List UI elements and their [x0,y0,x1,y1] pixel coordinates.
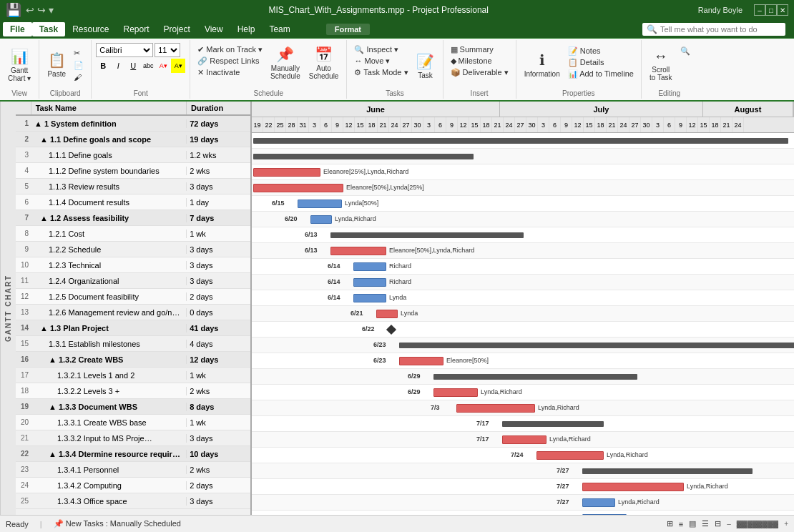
row-number: 15 [16,340,31,348]
italic-btn[interactable]: I [111,59,125,73]
table-row[interactable]: 3 1.1.1 Define goals 1.2 wks [16,147,250,163]
win-close[interactable]: ✕ [777,4,788,16]
view-normal-icon[interactable]: ⊞ [667,519,673,528]
table-row[interactable]: 2 ▲ 1.1 Define goals and scope 19 days [16,132,250,147]
table-row[interactable]: 8 1.2.1 Cost 1 wk [16,226,250,242]
task-duration-cell: 3 days [187,497,250,506]
table-row[interactable]: 6 1.1.4 Document results 1 day [16,194,250,210]
notes-btn[interactable]: 📝 Notes [565,46,637,56]
information-btn[interactable]: ℹ Information [521,43,564,86]
strikethrough-btn[interactable]: abc [141,59,155,73]
table-row[interactable]: 12 1.2.5 Document feasibility 2 days [16,289,250,305]
task-name-cell: 1.3.3.1 Create WBS base [31,418,187,427]
task-duration-cell: 3 days [187,182,250,191]
table-body[interactable]: 1 ▲ 1 System definition 72 days 2 ▲ 1.1 … [16,116,250,515]
bold-btn[interactable]: B [96,59,110,73]
manually-schedule-btn[interactable]: 📌 Manually Schedule [267,41,304,84]
table-row[interactable]: 19 ▲ 1.3.3 Document WBS 8 days [16,399,250,415]
table-row[interactable]: 18 1.3.2.2 Levels 3 + 2 wks [16,383,250,399]
inspect-btn[interactable]: 🔍 Inspect ▾ [351,44,411,55]
format-painter-btn[interactable]: 🖌 [71,72,87,82]
search-bar[interactable]: 🔍 [642,23,785,36]
menu-report[interactable]: Report [117,22,157,36]
gantt-chart-btn[interactable]: 📊 Gantt Chart ▾ [4,44,34,87]
milestone-btn[interactable]: ◆ Milestone [448,56,511,66]
mark-on-track-btn[interactable]: ✔ Mark on Track ▾ [195,44,265,55]
format-tab[interactable]: Format [326,24,370,35]
font-size-select[interactable]: 11 [155,43,180,57]
menu-team[interactable]: Team [262,22,297,36]
row-number: 23 [16,466,31,473]
gantt-bar [536,451,604,460]
menu-task[interactable]: Task [32,22,65,36]
add-timeline-btn[interactable]: 📊 Add to Timeline [565,69,637,79]
paste-btn[interactable]: 📋 Paste [44,43,69,87]
day-cell: 27 [401,117,412,133]
table-row[interactable]: 1 ▲ 1 System definition 72 days [16,116,250,132]
view-split-icon[interactable]: ⊟ [715,519,721,528]
menu-help[interactable]: Help [230,22,263,36]
view-gantt-icon[interactable]: ▤ [689,519,696,528]
table-row[interactable]: 5 1.1.3 Review results 3 days [16,179,250,194]
table-row[interactable]: 17 1.3.2.1 Levels 1 and 2 1 wk [16,368,250,383]
task-name-cell: 1.3.4.2 Computing [31,481,187,490]
move-btn[interactable]: ↔ Move ▾ [351,56,411,66]
find-btn[interactable]: 🔍 [677,46,693,56]
deliverable-btn[interactable]: 📦 Deliverable ▾ [448,67,511,78]
table-row[interactable]: 14 ▲ 1.3 Plan Project 41 days [16,320,250,336]
font-family-select[interactable]: Calibri [96,43,153,57]
menu-resource[interactable]: Resource [65,22,116,36]
row-number: 14 [16,324,31,332]
underline-btn[interactable]: U [126,59,140,73]
search-input[interactable] [660,25,775,34]
table-row[interactable]: 16 ▲ 1.3.2 Create WBS 12 days [16,352,250,368]
table-row[interactable]: 4 1.1.2 Define system boundaries 2 wks [16,163,250,179]
menu-view[interactable]: View [197,22,230,36]
respect-links-btn[interactable]: 🔗 Respect Links [195,56,265,66]
highlight-btn[interactable]: A▾ [171,59,185,73]
day-cell: 21 [721,117,732,133]
menu-project[interactable]: Project [157,22,197,36]
cut-btn[interactable]: ✂ [71,48,87,59]
table-row[interactable]: 20 1.3.3.1 Create WBS base 1 wk [16,415,250,430]
summary-btn[interactable]: ▦ Summary [448,44,511,55]
win-maximize[interactable]: □ [765,4,777,16]
table-row[interactable]: 22 ▲ 1.3.4 Dtermine resource requirement… [16,446,250,462]
menu-file[interactable]: File [3,22,32,36]
gantt-row: 5/31Eleanore[50%],Lynda[25%] [252,180,794,196]
task-mode-btn[interactable]: ⚙ Task Mode ▾ [351,67,411,78]
gantt-row: 7/27Lynda,Richard [252,511,794,515]
details-btn[interactable]: 📋 Details [565,57,637,68]
table-row[interactable]: 24 1.3.4.2 Computing 2 days [16,478,250,493]
task-insert-btn[interactable]: 📝 Task [413,44,438,87]
font-color-btn[interactable]: A▾ [156,59,170,73]
table-row[interactable]: 25 1.3.4.3 Office space 3 days [16,493,250,509]
day-cell: 9 [446,117,458,133]
gantt-bar [353,262,386,271]
day-cell: 24 [389,117,401,133]
inactivate-btn[interactable]: ✕ Inactivate [195,67,265,78]
table-row[interactable]: 9 1.2.2 Schedule 3 days [16,242,250,257]
scroll-to-task-btn[interactable]: ↔ Scroll to Task [646,43,676,86]
gantt-row: 7/27Lynda,Richard [252,479,794,495]
win-minimize[interactable]: – [754,4,765,16]
gantt-row: 7/17Lynda,Richard [252,432,794,448]
auto-schedule-btn[interactable]: 📅 Auto Schedule [305,41,343,84]
table-row[interactable]: 7 ▲ 1.2 Assess feasibility 7 days [16,210,250,226]
schedule-group-label: Schedule [195,88,342,97]
row-number: 10 [16,261,31,269]
table-row[interactable]: 11 1.2.4 Organizational 3 days [16,273,250,289]
day-cell: 6 [664,117,675,133]
task-duration-cell: 1 wk [187,371,250,380]
table-row[interactable]: 21 1.3.3.2 Input to MS Proje… 3 days [16,430,250,446]
ribbon-group-font: Calibri 11 B I U abc A▾ A▾ Font [92,40,190,99]
table-row[interactable]: 23 1.3.4.1 Personnel 2 wks [16,462,250,478]
view-resource-icon[interactable]: ☰ [702,519,709,528]
resource-label: Lynda,Richard [549,435,591,443]
table-row[interactable]: 15 1.3.1 Establish milestones 4 days [16,336,250,352]
copy-btn[interactable]: 📄 [71,60,87,71]
table-row[interactable]: 10 1.2.3 Technical 3 days [16,257,250,273]
gantt-row: 6/14Richard [252,259,794,275]
table-row[interactable]: 13 1.2.6 Management review and go/no go … [16,305,250,320]
view-table-icon[interactable]: ≡ [679,520,683,528]
